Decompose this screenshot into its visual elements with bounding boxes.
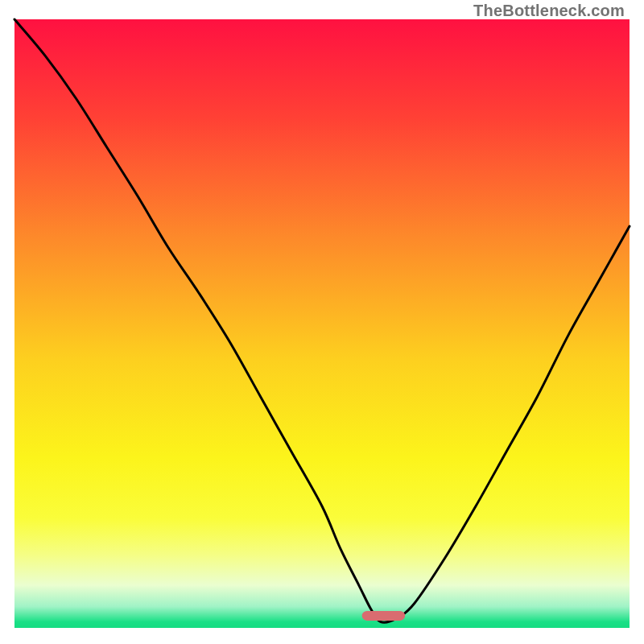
optimal-range-marker [362,611,405,621]
bottleneck-chart [0,0,644,644]
chart-plot-area [14,19,630,628]
